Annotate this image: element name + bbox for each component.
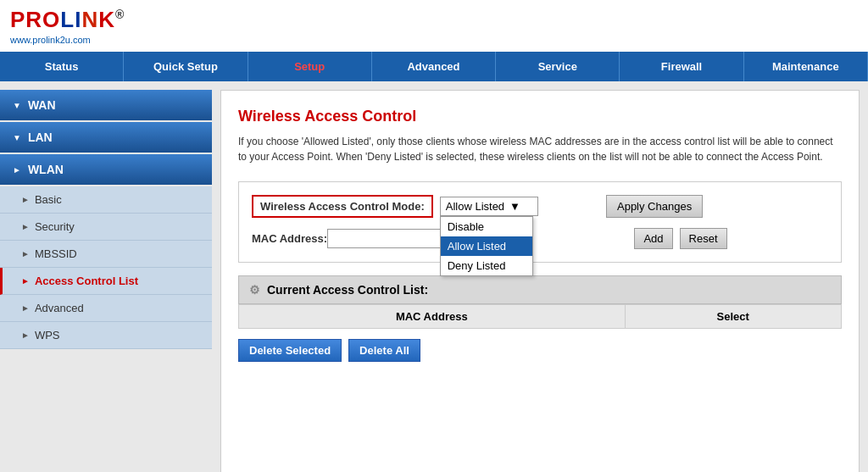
logo-brand: PROLINK [10,7,115,32]
sidebar-group-lan[interactable]: ▼ LAN [0,122,212,153]
arrow-icon: ► [21,330,30,340]
dropdown-option-disable[interactable]: Disable [441,217,532,236]
mode-label: Wireless Access Control Mode: [252,195,433,218]
arrow-icon: ► [21,249,30,258]
reset-button[interactable]: Reset [680,228,727,249]
sidebar-item-wps[interactable]: ► WPS [0,322,212,349]
acl-section: ⚙ Current Access Control List: MAC Addre… [238,275,842,329]
sidebar-item-acl-label: Access Control List [35,275,138,287]
sidebar-item-basic[interactable]: ► Basic [0,186,212,214]
chevron-down-icon: ▼ [13,133,21,142]
nav-firewall[interactable]: Firewall [620,52,743,81]
mode-row: Wireless Access Control Mode: Allow List… [252,195,828,218]
logo-website: www.prolink2u.com [10,35,125,45]
chevron-right-icon: ► [13,165,21,175]
sidebar-item-mbssid-label: MBSSID [35,247,77,260]
add-button[interactable]: Add [634,228,672,249]
dropdown-option-allow-listed[interactable]: Allow Listed [441,236,532,256]
form-section: Wireless Access Control Mode: Allow List… [238,181,842,263]
mac-label: MAC Address: [252,232,327,245]
nav-maintenance[interactable]: Maintenance [744,52,868,81]
dropdown-option-deny-listed[interactable]: Deny Listed [441,256,532,275]
sidebar-group-wlan[interactable]: ► WLAN [0,154,212,185]
sidebar: ▼ WAN ▼ LAN ► WLAN ► Basic ► Se [0,81,212,472]
sidebar-item-acl[interactable]: ► Access Control List [0,268,212,295]
arrow-icon: ► [21,303,30,313]
arrow-icon: ► [21,222,30,231]
page-title: Wireless Access Control [238,108,842,125]
apply-changes-button[interactable]: Apply Changes [606,195,703,218]
sidebar-item-advanced[interactable]: ► Advanced [0,295,212,322]
sidebar-group-wlan-label: WLAN [28,163,64,176]
arrow-icon: ► [21,195,30,204]
bottom-buttons: Delete Selected Delete All [238,339,842,362]
mac-row: MAC Address: 00E086710502) Add Reset [252,228,828,249]
dropdown-arrow-icon: ▼ [509,200,520,213]
nav-bar: Status Quick Setup Setup Advanced Servic… [0,52,868,81]
sidebar-group-wan[interactable]: ▼ WAN [0,90,212,120]
mode-select-wrapper: Allow Listed ▼ Disable Allow Listed Deny… [440,197,538,216]
sidebar-section-lan: ▼ LAN [0,122,212,153]
nav-quick-setup[interactable]: Quick Setup [124,52,248,81]
acl-header: ⚙ Current Access Control List: [238,275,842,304]
table-header-row: MAC Address Select [239,305,842,329]
selected-value: Allow Listed [446,200,504,213]
sidebar-item-security[interactable]: ► Security [0,214,212,241]
nav-setup[interactable]: Setup [248,52,372,81]
trademark: ® [115,8,125,21]
acl-table: MAC Address Select [238,304,842,329]
sidebar-item-mbssid[interactable]: ► MBSSID [0,241,212,268]
sidebar-section-wlan: ► WLAN ► Basic ► Security ► MBSSID ► [0,154,212,349]
main-layout: ▼ WAN ▼ LAN ► WLAN ► Basic ► Se [0,81,868,472]
sidebar-section-wan: ▼ WAN [0,90,212,120]
sidebar-group-lan-label: LAN [28,130,53,144]
col-select: Select [625,305,841,329]
header: PROLINK® www.prolink2u.com [0,0,868,52]
page-description: If you choose 'Allowed Listed', only tho… [238,134,842,164]
mode-select[interactable]: Allow Listed ▼ [440,197,538,216]
logo: PROLINK® [10,7,125,33]
acl-title: Current Access Control List: [267,283,428,297]
col-mac-address: MAC Address [239,305,626,329]
sidebar-group-wan-label: WAN [28,98,56,112]
sidebar-wlan-submenu: ► Basic ► Security ► MBSSID ► Access Con… [0,186,212,349]
chevron-down-icon: ▼ [13,101,21,110]
nav-service[interactable]: Service [496,52,620,81]
sidebar-item-advanced-label: Advanced [35,302,84,314]
sidebar-item-security-label: Security [35,220,75,233]
arrow-icon: ► [21,276,30,286]
sidebar-item-basic-label: Basic [35,193,62,206]
content-area: Wireless Access Control If you choose 'A… [220,90,860,472]
nav-status[interactable]: Status [0,52,124,81]
delete-selected-button[interactable]: Delete Selected [238,339,342,362]
gear-icon: ⚙ [249,283,260,297]
sidebar-item-wps-label: WPS [35,329,60,342]
nav-advanced[interactable]: Advanced [372,52,496,81]
mode-dropdown-menu: Disable Allow Listed Deny Listed [440,216,533,276]
delete-all-button[interactable]: Delete All [348,339,420,362]
